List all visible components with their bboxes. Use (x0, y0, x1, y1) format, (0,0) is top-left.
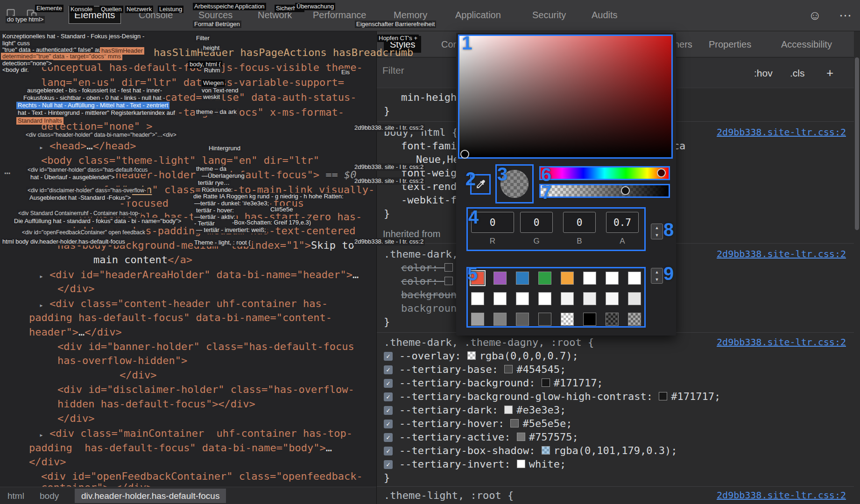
inspect-element-icon[interactable] (6, 8, 19, 23)
dom-tree-node[interactable]: has-overflow-hidden"> (57, 355, 187, 367)
dom-tree-node[interactable]: <a href="#main" class="skip-to-main-link… (65, 184, 374, 196)
palette-swatch[interactable] (628, 313, 641, 326)
property-checkbox[interactable]: ✓ (384, 433, 393, 442)
dom-tree-node[interactable]: </div> (57, 413, 94, 425)
stylesheet-source-link[interactable]: 2d9bb338.site-ltr.css:2 (717, 489, 846, 502)
tab-sources[interactable]: Sources (198, 0, 233, 31)
palette-switcher[interactable]: ▲▼ (651, 268, 663, 284)
tab-elements[interactable]: Elements (69, 6, 121, 24)
dom-tree-node[interactable]: </div> (120, 369, 156, 381)
palette-swatch[interactable] (606, 272, 619, 285)
palette-swatch[interactable] (471, 313, 484, 326)
property-checkbox[interactable]: ✓ (384, 460, 393, 469)
expand-arrow-icon[interactable]: ▸ (39, 299, 43, 311)
tab-security[interactable]: Security (532, 0, 566, 31)
property-checkbox[interactable]: ✓ (384, 379, 393, 388)
dom-tree-node[interactable]: has-body-background-medium" tabindex="1"… (57, 239, 354, 252)
color-format-toggle[interactable]: ▲▼ (651, 224, 663, 239)
tab-performance[interactable]: Performance (313, 0, 367, 31)
pane-divider[interactable] (376, 31, 377, 504)
color-swatch[interactable] (504, 365, 513, 373)
property-checkbox[interactable]: ✓ (384, 352, 393, 361)
palette-swatch[interactable] (583, 313, 596, 326)
dom-tree-node[interactable]: padding has-default-focus" data-bi-name=… (29, 312, 332, 324)
color-swatch[interactable] (659, 392, 667, 400)
dom-tree-node[interactable]: focus-visible has-top-zero has-start-zer… (78, 211, 362, 223)
palette-swatch[interactable] (493, 272, 507, 285)
palette-swatch[interactable] (628, 272, 641, 285)
dom-tree-node[interactable]: right-zero has-padding-medium has-text-c… (65, 225, 356, 237)
dom-tree-node[interactable]: conceptual has-default-focus js-focus-vi… (41, 62, 363, 74)
palette-swatch[interactable] (561, 313, 574, 326)
tab-audits[interactable]: Audits (592, 0, 618, 31)
palette-swatch[interactable] (516, 292, 529, 305)
color-swatch[interactable] (542, 378, 550, 387)
green-value-field[interactable] (520, 212, 553, 233)
dom-tree-node[interactable]: padding has-default-focus" data-bi-name=… (29, 442, 332, 454)
scrollbar-thumb[interactable] (855, 57, 859, 230)
dom-tree-node[interactable]: <div class="header-holder has-default-fo… (41, 169, 357, 181)
breadcrumb-item[interactable]: body (40, 487, 59, 504)
stylesheet-source-link[interactable]: 2d9bb338.site-ltr.css:2 (717, 247, 846, 261)
dom-tree-node[interactable]: determined="true" data-target="docs" x-m… (41, 106, 344, 119)
palette-swatch[interactable] (561, 292, 574, 305)
property-checkbox[interactable]: ✓ (384, 392, 393, 401)
class-toggle-button[interactable]: .cls (790, 58, 805, 88)
dom-tree-node[interactable]: "true" data-authenticated="false" data-a… (41, 91, 357, 104)
new-style-rule-button[interactable]: + (826, 58, 833, 88)
color-swatch[interactable] (467, 351, 476, 360)
palette-swatch[interactable] (606, 313, 619, 326)
feedback-smiley-icon[interactable]: ☺ (808, 9, 821, 22)
dom-tree-node[interactable]: hidden has-default-focus"></div> (57, 398, 255, 410)
color-swatch[interactable] (504, 406, 513, 414)
palette-swatch[interactable] (606, 292, 619, 305)
tab-properties[interactable]: Properties (709, 31, 751, 57)
hue-slider-thumb[interactable] (657, 168, 666, 177)
alpha-value-field[interactable] (606, 212, 639, 233)
expand-arrow-icon[interactable]: ▸ (39, 270, 43, 282)
device-toolbar-icon[interactable] (25, 8, 38, 23)
palette-swatch[interactable] (516, 272, 529, 285)
palette-swatch[interactable] (538, 313, 551, 326)
tab-network[interactable]: Network (258, 0, 292, 31)
palette-swatch[interactable] (493, 292, 507, 305)
dom-tree-node[interactable]: detection="none" > (41, 120, 152, 133)
dom-tree-node[interactable]: ▸<div class="mainContainer uhf-container… (49, 427, 352, 440)
dom-tree-node[interactable]: hasSlimHeader hasPageActions hasBreadcru… (154, 47, 413, 59)
palette-swatch[interactable] (471, 292, 484, 305)
dom-tree-node[interactable]: er-focus (254, 197, 304, 210)
palette-swatch[interactable] (516, 313, 529, 326)
hover-state-button[interactable]: :hov (754, 58, 773, 88)
tab-memory[interactable]: Memory (394, 0, 427, 31)
palette-swatch[interactable] (538, 272, 551, 285)
property-checkbox[interactable]: ✓ (384, 406, 393, 415)
stylesheet-source-link[interactable]: 2d9bb338.site-ltr.css:2 (717, 336, 846, 349)
opacity-slider-thumb[interactable] (621, 186, 630, 195)
color-swatch[interactable] (517, 433, 525, 441)
dom-tree-node[interactable]: <div id="openFeedbackContainer" class="o… (41, 470, 363, 483)
dom-tree-node[interactable]: -focused (119, 197, 169, 210)
property-checkbox[interactable]: ✓ (384, 420, 393, 428)
tab-accessibility[interactable]: Accessibility (781, 31, 832, 57)
hue-slider[interactable] (539, 166, 670, 180)
palette-swatch[interactable] (561, 272, 574, 285)
expand-arrow-icon[interactable]: ▸ (39, 429, 43, 441)
color-swatch[interactable] (542, 446, 550, 455)
dom-tree-node[interactable]: header">…</div> (29, 326, 122, 338)
property-checkbox[interactable]: ✓ (384, 365, 393, 374)
dom-tree-node[interactable]: </div> (57, 283, 94, 295)
dom-tree-node[interactable]: ▸<div class="content-header uhf-containe… (49, 298, 328, 310)
palette-swatch[interactable] (538, 292, 551, 305)
stylesheet-source-link[interactable]: 2d9bb338.site-ltr.css:2 (717, 126, 846, 139)
opacity-slider[interactable] (539, 184, 670, 198)
dom-tree-node[interactable]: ▸<head>…</head> (49, 140, 136, 152)
dom-tree-node[interactable]: lang="en-us" dir="ltr" data-css-variable… (41, 77, 344, 89)
color-swatch[interactable] (510, 419, 519, 427)
color-swatch[interactable] (444, 263, 453, 272)
dom-tree-node[interactable]: <div id="banner-holder" class="has-defau… (57, 341, 354, 353)
palette-swatch[interactable] (583, 272, 596, 285)
color-swatch[interactable] (444, 277, 453, 285)
palette-swatch[interactable] (493, 313, 507, 326)
palette-swatch[interactable] (583, 292, 596, 305)
shades-gradient-area[interactable] (458, 35, 673, 159)
